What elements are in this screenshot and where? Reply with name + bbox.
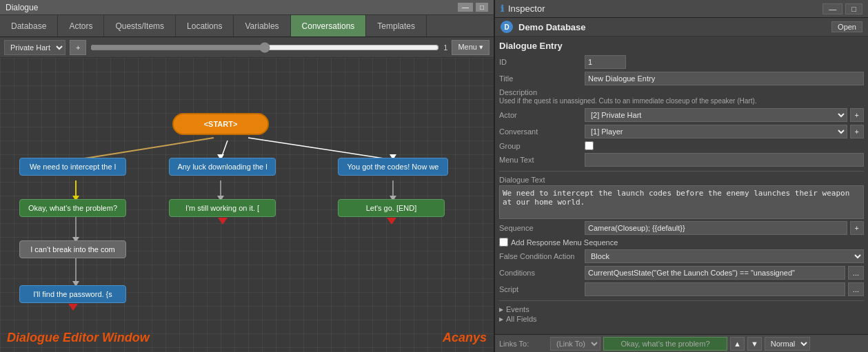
group-row: Group [499,141,864,150]
actor-add-btn[interactable]: + [850,108,864,122]
conditions-label: Conditions [499,269,582,277]
node-player-2[interactable]: I'm still working on it. [ [169,199,276,217]
db-name: Demo Database [518,22,586,32]
open-btn[interactable]: Open [831,21,862,32]
tab-templates[interactable]: Templates [366,15,427,37]
node-grey-1[interactable]: I can't break into the com [19,240,126,258]
title-input[interactable] [585,72,864,85]
dialogue-text-section: Dialogue Text We need to intercept the l… [499,176,864,221]
menu-text-input[interactable] [585,153,864,167]
node-npc-4[interactable]: I'll find the password. {s [19,285,126,303]
svg-line-3 [248,138,393,160]
maximize-btn[interactable]: □ [476,3,488,12]
all-fields-label: All Fields [506,315,537,323]
link-text-input[interactable] [603,337,727,351]
false-condition-label: False Condition Action [499,252,582,260]
node-npc-2[interactable]: Any luck downloading the l [169,158,276,176]
db-icon: D [501,21,513,33]
menu-btn[interactable]: Menu ▾ [452,40,489,55]
watermark-right: Acanys [443,331,487,345]
add-response-label: Add Response Menu Sequence [511,238,618,247]
tab-bar: Database Actors Quests/Items Locations V… [0,15,494,37]
svg-line-1 [221,141,228,160]
events-label: Events [506,305,529,313]
sequence-row: Sequence + [499,221,864,235]
node-start[interactable]: <START> [172,113,269,135]
id-label: ID [499,58,582,66]
zoom-slider[interactable] [90,42,439,53]
bottom-bar: Links To: (Link To) ▲ ▼ Normal [495,334,868,352]
watermark-left: Dialogue Editor Window [7,331,150,345]
tab-actors[interactable]: Actors [58,15,104,37]
title-bar-controls: — □ [458,3,488,12]
title-label: Title [499,74,582,83]
script-btn[interactable]: ... [848,282,864,296]
node-npc-3[interactable]: You got the codes! Now we [338,158,448,176]
tab-variables[interactable]: Variables [234,15,290,37]
menu-text-row: Menu Text [499,153,864,167]
id-input[interactable] [585,55,626,69]
node-player-3[interactable]: Let's go. [END] [338,199,445,217]
all-fields-triangle: ▶ [499,316,503,322]
conversant-add-btn[interactable]: + [850,125,864,138]
inspector-title: Inspector [508,3,545,14]
menu-text-label: Menu Text [499,156,582,164]
false-condition-row: False Condition Action Block [499,249,864,263]
conditions-row: Conditions ... [499,266,864,280]
tab-database[interactable]: Database [0,15,58,37]
actor-row: Actor [2] Private Hart + [499,108,864,122]
dialogue-text-label: Dialogue Text [499,176,582,184]
link-dropdown[interactable]: (Link To) [550,337,600,351]
conversant-row: Conversant [1] Player + [499,125,864,138]
events-triangle: ▶ [499,307,503,313]
conversant-label: Conversant [499,127,582,136]
nav-down-btn[interactable]: ▼ [747,337,762,351]
inspector-info-icon: ℹ [501,3,504,14]
group-checkbox[interactable] [585,141,594,150]
sequence-label: Sequence [499,224,582,232]
tab-quests-items[interactable]: Quests/Items [104,15,176,37]
conversation-select[interactable]: Private Hart [4,40,65,55]
id-row: ID [499,55,864,69]
false-condition-select[interactable]: Block [585,249,864,263]
dialogue-title: Dialogue [6,3,38,12]
description-text: Used if the quest is unassigned. Cuts to… [499,96,864,105]
add-conversation-btn[interactable]: + [70,40,86,55]
dialogue-title-bar: Dialogue — □ [0,0,494,15]
db-name-row: D Demo Database Open [495,18,868,37]
script-input[interactable] [585,282,845,296]
editor-toolbar: Private Hart + 1 Menu ▾ [0,37,494,58]
inspector-panel: ℹ Inspector — □ D Demo Database Open Dia… [495,0,868,352]
dialogue-panel: Dialogue — □ Database Actors Quests/Item… [0,0,495,352]
actor-label: Actor [499,111,582,119]
add-response-row: Add Response Menu Sequence [499,238,864,247]
all-fields-section[interactable]: ▶ All Fields [499,315,864,323]
group-label: Group [499,142,582,150]
dialogue-text-area[interactable]: We need to intercept the launch codes be… [499,185,864,219]
inspector-minimize-btn[interactable]: — [822,3,842,14]
events-section[interactable]: ▶ Events [499,305,864,313]
tab-locations[interactable]: Locations [176,15,234,37]
conditions-btn[interactable]: ... [848,266,864,280]
tab-conversations[interactable]: Conversations [291,15,367,37]
add-response-checkbox[interactable] [499,238,508,247]
sequence-add-btn[interactable]: + [850,221,864,235]
zoom-value: 1 [443,43,447,52]
canvas-area[interactable]: <START> We need to intercept the l Any l… [0,58,494,352]
normal-select[interactable]: Normal [765,337,810,351]
conditions-input[interactable] [585,266,845,280]
links-to-label: Links To: [499,340,547,348]
sequence-input[interactable] [585,221,847,235]
description-label: Description [499,88,582,96]
node-npc-1[interactable]: We need to intercept the l [19,158,126,176]
minimize-btn[interactable]: — [458,3,473,12]
actor-select[interactable]: [2] Private Hart [585,108,847,122]
nav-up-btn[interactable]: ▲ [730,337,745,351]
script-row: Script ... [499,282,864,296]
title-row: Title [499,72,864,85]
dialogue-entry-section: Dialogue Entry [499,41,864,51]
inspector-maximize-btn[interactable]: □ [845,3,862,14]
inspector-body: Dialogue Entry ID Title Description Used… [495,37,868,334]
conversant-select[interactable]: [1] Player [585,125,847,138]
node-player-1[interactable]: Okay, what's the problem? [19,199,126,217]
